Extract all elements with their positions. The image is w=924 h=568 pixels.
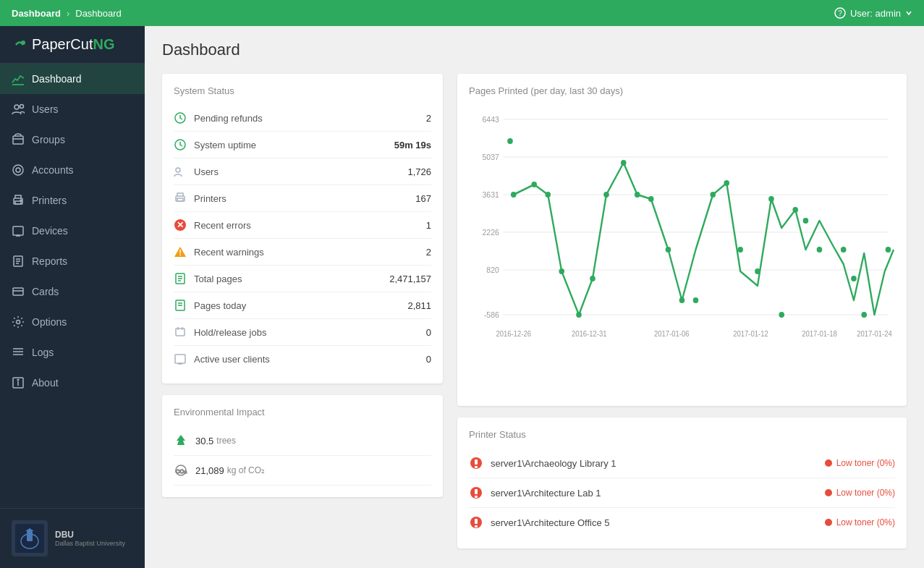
svg-point-83 [666, 247, 671, 253]
env-row-trees: 30.5 trees [174, 426, 431, 456]
status-row-warnings: ! Recent warnings 2 [174, 239, 431, 266]
svg-text:6443: 6443 [483, 115, 499, 124]
breadcrumb: Dashboard › Dashboard [12, 8, 122, 19]
sidebar: PaperCutNG Dashboard Users Groups Accoun… [0, 26, 145, 568]
svg-rect-113 [475, 525, 478, 527]
help-icon: ? [834, 7, 846, 19]
status-row-users: Users 1,726 [174, 158, 431, 185]
sidebar-item-options[interactable]: Options [0, 307, 145, 337]
svg-point-88 [737, 247, 743, 253]
sidebar-item-dashboard[interactable]: Dashboard [0, 64, 145, 94]
user-menu[interactable]: ? User: admin [834, 7, 912, 19]
svg-rect-21 [13, 288, 23, 295]
svg-rect-110 [475, 496, 478, 498]
svg-text:5037: 5037 [483, 153, 499, 161]
svg-point-73 [532, 182, 538, 187]
users-status-icon [174, 165, 187, 178]
sidebar-item-cards-label: Cards [32, 286, 59, 297]
logs-icon [12, 346, 25, 359]
sidebar-item-printers[interactable]: Printers [0, 185, 145, 216]
warning-icon: ! [174, 245, 187, 258]
sidebar-item-logs[interactable]: Logs [0, 337, 145, 368]
svg-point-5 [14, 105, 19, 109]
pages-chart: 6443 5037 3631 2226 820 -586 [469, 105, 895, 394]
topbar: Dashboard › Dashboard ? User: admin [0, 0, 924, 26]
options-icon [12, 315, 25, 328]
printer-status-title: Printer Status [469, 429, 895, 440]
uptime-icon [174, 138, 187, 151]
chart-line-icon [12, 72, 25, 85]
svg-text:2226: 2226 [483, 228, 499, 237]
sidebar-item-devices-label: Devices [32, 225, 68, 237]
group-icon [12, 133, 25, 146]
svg-rect-32 [27, 531, 33, 541]
sidebar-item-about[interactable]: About [0, 368, 145, 398]
chevron-down-icon [905, 9, 912, 17]
svg-point-2 [12, 38, 27, 52]
svg-text:CO₂: CO₂ [176, 468, 187, 475]
environmental-title: Environmental Impact [174, 407, 431, 417]
logo-text: PaperCutNG [32, 36, 115, 53]
status-dot-3 [825, 519, 832, 526]
svg-point-96 [851, 276, 857, 281]
svg-point-93 [803, 218, 809, 224]
sidebar-item-printers-label: Printers [32, 195, 67, 206]
svg-rect-39 [177, 198, 183, 201]
svg-point-90 [768, 196, 774, 202]
sidebar-item-users[interactable]: Users [0, 94, 145, 124]
env-row-co2: CO₂ 21,089 kg of CO₂ [174, 456, 431, 486]
printer-row-3: server1\Architecture Office 5 Low toner … [469, 508, 895, 537]
about-icon [12, 376, 25, 389]
sidebar-item-reports[interactable]: Reports [0, 246, 145, 276]
svg-point-23 [17, 321, 20, 324]
svg-point-74 [546, 192, 551, 198]
main-content: Dashboard System Status Pending refunds … [145, 26, 924, 568]
svg-point-80 [621, 160, 627, 166]
svg-rect-106 [475, 459, 478, 465]
sidebar-item-about-label: About [32, 377, 59, 389]
printer-error-icon-2 [469, 486, 483, 500]
svg-text:-586: -586 [484, 310, 499, 319]
svg-point-3 [21, 41, 25, 45]
account-icon [12, 164, 25, 177]
user-label: User: admin [850, 8, 901, 19]
svg-point-86 [710, 192, 716, 198]
active-clients-icon [174, 352, 187, 365]
users-icon [12, 103, 25, 116]
svg-point-92 [792, 207, 798, 213]
sidebar-item-options-label: Options [32, 316, 67, 328]
sidebar-item-accounts-label: Accounts [32, 164, 74, 176]
chart-card: Pages Printed (per day, last 30 days) 64… [457, 74, 907, 406]
svg-text:2016-12-26: 2016-12-26 [496, 330, 532, 338]
sidebar-item-accounts[interactable]: Accounts [0, 155, 145, 185]
pages-icon [174, 272, 187, 285]
svg-point-91 [779, 312, 784, 318]
svg-rect-7 [13, 136, 23, 144]
svg-point-84 [679, 297, 685, 303]
svg-text:2017-01-18: 2017-01-18 [802, 330, 837, 338]
status-dot-1 [825, 459, 832, 467]
sidebar-item-reports-label: Reports [32, 255, 67, 267]
sidebar-item-groups-label: Groups [32, 134, 65, 145]
status-row-errors: ✕ Recent errors 1 [174, 212, 431, 239]
sidebar-item-dashboard-label: Dashboard [32, 73, 82, 85]
svg-rect-107 [475, 466, 478, 468]
co2-icon: CO₂ [174, 463, 188, 478]
svg-point-78 [507, 138, 513, 144]
sidebar-item-cards[interactable]: Cards [0, 276, 145, 307]
sidebar-item-devices[interactable]: Devices [0, 216, 145, 246]
environmental-card: Environmental Impact 30.5 trees CO₂ 21,0… [162, 395, 443, 497]
sidebar-item-groups[interactable]: Groups [0, 124, 145, 155]
svg-text:2017-01-24: 2017-01-24 [857, 330, 892, 338]
svg-point-82 [648, 196, 654, 202]
svg-rect-51 [176, 328, 185, 336]
svg-text:2016-12-31: 2016-12-31 [572, 330, 607, 338]
svg-text:3631: 3631 [483, 190, 499, 199]
printer-icon [12, 194, 25, 207]
svg-point-72 [511, 192, 517, 198]
status-row-active-clients: Active user clients 0 [174, 346, 431, 372]
logo-icon [12, 37, 27, 53]
svg-rect-112 [475, 519, 478, 524]
sidebar-item-users-label: Users [32, 103, 59, 115]
svg-point-75 [559, 268, 564, 274]
